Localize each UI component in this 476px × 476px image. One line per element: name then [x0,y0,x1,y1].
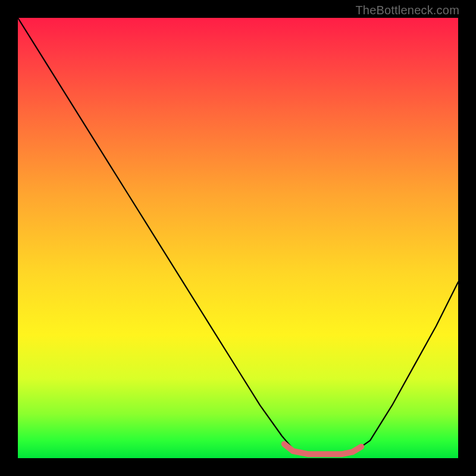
main-curve [18,18,458,455]
chart-frame: TheBottleneck.com [0,0,476,476]
plot-area [18,18,458,458]
trough-marker [284,444,362,454]
plot-svg [18,18,458,458]
watermark-text: TheBottleneck.com [355,4,459,17]
